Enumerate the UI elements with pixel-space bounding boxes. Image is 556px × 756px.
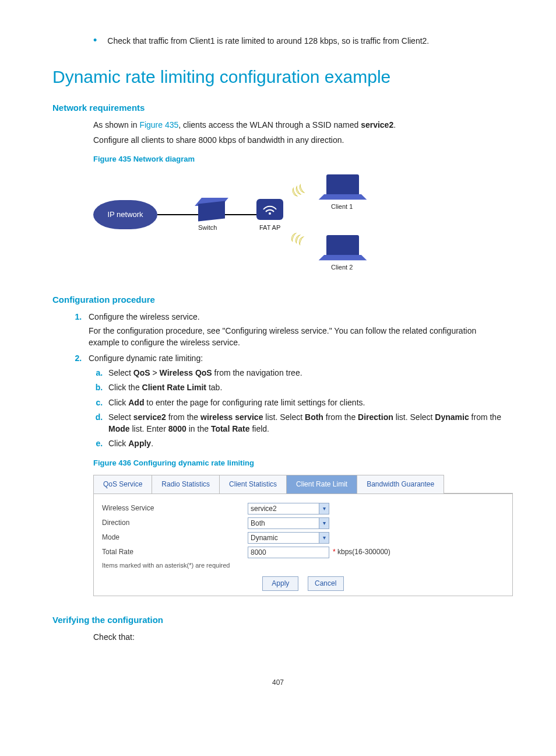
verifying-heading: Verifying the configuration — [52, 614, 504, 626]
netreq-line1: As shown in Figure 435, clients access t… — [93, 119, 504, 131]
verifying-line: Check that: — [93, 631, 504, 643]
tab-client-statistics[interactable]: Client Statistics — [219, 475, 287, 494]
label-wireless-service: Wireless Service — [98, 503, 248, 513]
intro-bullet-text: Check that traffic from Client1 is rate … — [107, 35, 429, 47]
row-wireless-service: Wireless Service ▾ — [98, 503, 508, 514]
select-mode[interactable] — [248, 532, 329, 544]
label-total-rate: Total Rate — [98, 547, 248, 557]
total-rate-hint: * kbps(16-300000) — [333, 547, 390, 557]
tab-qos-service[interactable]: QoS Service — [93, 475, 152, 494]
form-area: Wireless Service ▾ Direction ▾ Mode ▾ To… — [93, 494, 513, 596]
apply-button[interactable]: Apply — [262, 576, 298, 591]
ip-network-cloud: IP network — [93, 200, 157, 229]
client2-label: Client 2 — [331, 263, 353, 272]
chevron-down-icon[interactable]: ▾ — [319, 503, 329, 514]
section-title: Dynamic rate limiting configuration exam… — [52, 64, 504, 90]
substeps: Select QoS > Wireless QoS from the navig… — [105, 367, 504, 450]
step-2: Configure dynamic rate limiting: Select … — [84, 352, 504, 450]
substep-e: Click Apply. — [105, 438, 504, 449]
required-note: Items marked with an asterisk(*) are req… — [102, 561, 508, 570]
select-direction[interactable] — [248, 517, 329, 529]
switch-icon — [198, 201, 225, 222]
label-direction: Direction — [98, 518, 248, 528]
step-1-sub: For the configuration procedure, see "Co… — [89, 325, 504, 349]
step-1: Configure the wireless service. For the … — [84, 311, 504, 349]
substep-c: Click Add to enter the page for configur… — [105, 397, 504, 408]
svg-point-0 — [269, 212, 271, 215]
label-mode: Mode — [98, 533, 248, 542]
switch-label: Switch — [198, 223, 217, 233]
chevron-down-icon[interactable]: ▾ — [319, 532, 329, 544]
procedure-list: Configure the wireless service. For the … — [84, 311, 504, 450]
wifi-icon — [262, 204, 277, 215]
tab-bandwidth-guarantee[interactable]: Bandwidth Guarantee — [357, 475, 444, 494]
row-total-rate: Total Rate * kbps(16-300000) — [98, 547, 508, 558]
page-number: 407 — [52, 678, 504, 688]
client1-label: Client 1 — [331, 202, 353, 212]
row-mode: Mode ▾ — [98, 532, 508, 544]
config-ui-screenshot: QoS Service Radio Statistics Client Stat… — [93, 475, 513, 597]
select-wireless-service[interactable] — [248, 503, 329, 514]
network-diagram: IP network Switch FAT AP ⦅⦅⦅ ⦅⦅⦅ Client … — [93, 171, 396, 282]
tab-row: QoS Service Radio Statistics Client Stat… — [93, 475, 513, 494]
intro-bullet-row: • Check that traffic from Client1 is rat… — [93, 35, 504, 47]
figure-435-caption: Figure 435 Network diagram — [93, 154, 504, 165]
input-total-rate[interactable] — [248, 547, 329, 558]
substep-b: Click the Client Rate Limit tab. — [105, 382, 504, 393]
wireless-waves-icon: ⦅⦅⦅ — [288, 228, 307, 248]
config-procedure-heading: Configuration procedure — [52, 293, 504, 306]
figure-436-caption: Figure 436 Configuring dynamic rate limi… — [93, 458, 504, 469]
substep-d: Select service2 from the wireless servic… — [105, 411, 504, 435]
tab-client-rate-limit[interactable]: Client Rate Limit — [286, 475, 357, 494]
figure-435-link[interactable]: Figure 435 — [139, 120, 178, 130]
client1-icon — [326, 174, 359, 194]
chevron-down-icon[interactable]: ▾ — [319, 517, 329, 529]
bullet-icon: • — [93, 35, 97, 47]
link-line — [225, 214, 256, 215]
button-row: Apply Cancel — [98, 576, 508, 591]
wireless-waves-icon: ⦅⦅⦅ — [288, 180, 307, 200]
network-requirements-heading: Network requirements — [52, 102, 504, 114]
client2-icon — [326, 235, 359, 255]
netreq-line2: Configure all clients to share 8000 kbps… — [93, 134, 504, 146]
link-line — [157, 214, 198, 215]
substep-a: Select QoS > Wireless QoS from the navig… — [105, 367, 504, 379]
tab-radio-statistics[interactable]: Radio Statistics — [152, 475, 220, 494]
cancel-button[interactable]: Cancel — [308, 576, 344, 591]
fat-ap-icon — [256, 199, 283, 220]
row-direction: Direction ▾ — [98, 517, 508, 529]
fat-ap-label: FAT AP — [259, 223, 280, 233]
